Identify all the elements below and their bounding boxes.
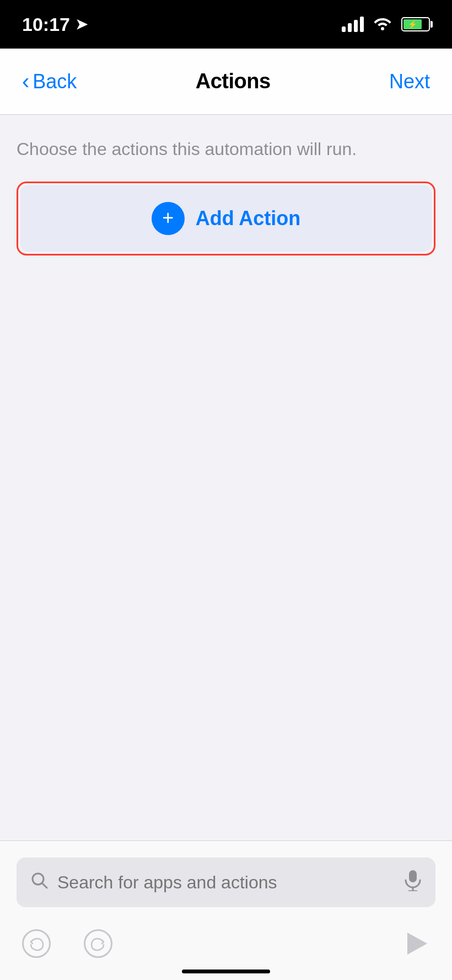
status-right-icons: ⚡ bbox=[342, 15, 430, 34]
add-action-highlight: + Add Action bbox=[17, 182, 435, 255]
back-label: Back bbox=[33, 70, 77, 93]
home-indicator bbox=[182, 970, 270, 973]
search-input[interactable] bbox=[57, 872, 395, 893]
page-title: Actions bbox=[196, 70, 271, 93]
svg-rect-2 bbox=[409, 870, 417, 882]
plus-icon: + bbox=[162, 208, 174, 228]
mic-icon[interactable] bbox=[403, 869, 422, 896]
main-content: Choose the actions this automation will … bbox=[0, 115, 452, 255]
signal-icon bbox=[342, 17, 364, 32]
svg-line-1 bbox=[42, 883, 47, 888]
status-time: 10:17 ➤ bbox=[22, 14, 88, 35]
navigation-bar: ‹ Back Actions Next bbox=[0, 49, 452, 115]
bottom-area bbox=[0, 840, 452, 980]
add-icon-circle: + bbox=[152, 202, 185, 235]
chevron-left-icon: ‹ bbox=[22, 70, 29, 92]
battery-icon: ⚡ bbox=[401, 17, 430, 31]
add-action-label: Add Action bbox=[196, 207, 301, 230]
subtitle-text: Choose the actions this automation will … bbox=[17, 137, 435, 162]
search-bar bbox=[17, 858, 435, 907]
location-icon: ➤ bbox=[76, 16, 88, 33]
toolbar-left bbox=[17, 924, 118, 963]
search-icon bbox=[30, 871, 49, 894]
undo-button[interactable] bbox=[17, 924, 56, 963]
next-button[interactable]: Next bbox=[389, 70, 430, 93]
time-display: 10:17 bbox=[22, 14, 70, 35]
status-bar: 10:17 ➤ ⚡ bbox=[0, 0, 452, 49]
wifi-icon bbox=[373, 15, 392, 34]
undo-icon bbox=[22, 929, 51, 958]
back-button[interactable]: ‹ Back bbox=[22, 70, 77, 93]
redo-button[interactable] bbox=[78, 924, 118, 963]
play-icon bbox=[407, 933, 427, 955]
redo-icon bbox=[84, 929, 112, 958]
play-button[interactable] bbox=[396, 924, 435, 963]
add-action-button[interactable]: + Add Action bbox=[20, 185, 432, 252]
